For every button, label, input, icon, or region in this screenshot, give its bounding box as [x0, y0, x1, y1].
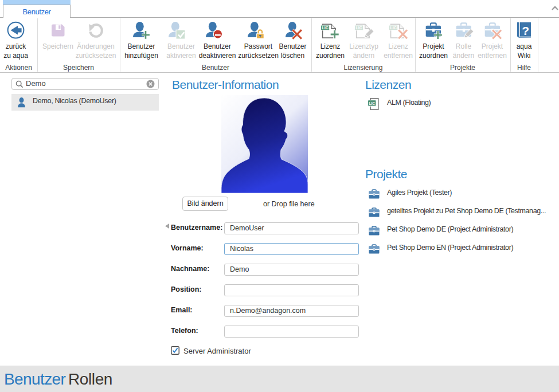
- svg-text:?: ?: [522, 24, 529, 37]
- svg-text:LIC: LIC: [390, 26, 396, 30]
- svg-text:LIC: LIC: [369, 101, 376, 105]
- svg-text:LIC: LIC: [322, 26, 328, 30]
- svg-text:LIC: LIC: [355, 26, 362, 30]
